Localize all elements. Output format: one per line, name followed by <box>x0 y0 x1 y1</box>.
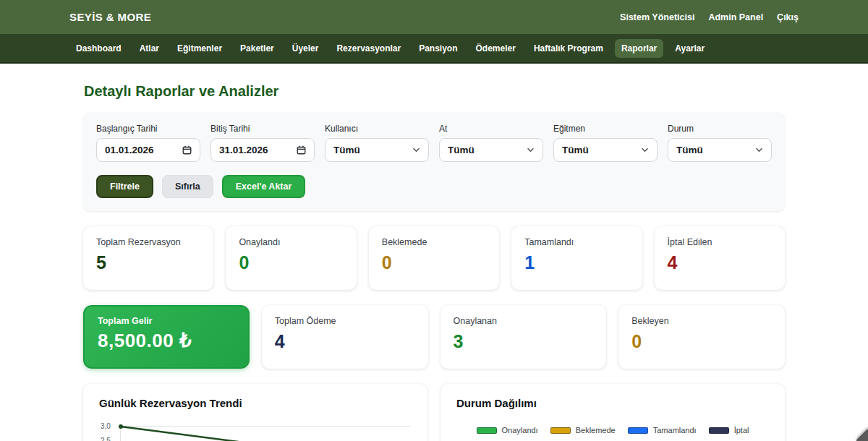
legend-label: Beklemede <box>576 426 616 434</box>
legend-item-iptal[interactable]: İptal <box>709 426 749 434</box>
user-filter-group: Kullanıcı Tümü <box>325 124 429 162</box>
stat-label: Tamamlandı <box>524 237 629 247</box>
stat-value: 8,500.00 ₺ <box>98 331 235 350</box>
plot-area <box>120 426 410 441</box>
trainer-filter-value: Tümü <box>562 145 589 155</box>
stat-value: 1 <box>524 254 629 272</box>
legend-swatch <box>709 427 729 434</box>
stat-value: 4 <box>275 333 415 351</box>
stat-value: 5 <box>96 254 200 272</box>
legend-swatch <box>550 427 571 434</box>
stat-card-bekleyen: Bekleyen 0 <box>618 305 785 369</box>
stat-card-onaylandi: Onaylandı 0 <box>226 226 356 290</box>
status-filter-select[interactable]: Tümü <box>668 138 772 162</box>
topbar: SEYİS & MORE Sistem Yöneticisi Admin Pan… <box>0 0 868 34</box>
page-title: Detaylı Raporlar ve Analizler <box>84 83 785 100</box>
start-date-input[interactable]: 01.01.2026 <box>96 138 200 162</box>
chevron-down-icon <box>641 147 649 153</box>
chevron-down-icon <box>755 147 763 153</box>
stat-label: Bekleyen <box>631 316 772 326</box>
legend-swatch <box>628 427 648 434</box>
nav-item-egitmenler[interactable]: Eğitmenler <box>171 39 229 58</box>
stat-card-beklemede: Beklemede 0 <box>369 226 499 290</box>
stat-value: 3 <box>454 333 594 351</box>
stat-label: Onaylandı <box>239 237 343 247</box>
user-filter-value: Tümü <box>333 145 360 155</box>
y-axis-tick: 3,0 <box>101 422 111 430</box>
stat-label: Toplam Gelir <box>98 316 235 326</box>
stats-row-1: Toplam Rezervasyon 5 Onaylandı 0 Bekleme… <box>83 226 785 290</box>
status-distribution-chart-card: Durum Dağılımı Onaylandı Beklemede Tamam… <box>441 384 785 441</box>
trainer-filter-group: Eğitmen Tümü <box>553 124 658 162</box>
brand-logo: SEYİS & MORE <box>69 11 151 23</box>
legend-item-beklemede[interactable]: Beklemede <box>550 426 616 434</box>
stat-label: Toplam Ödeme <box>275 316 415 326</box>
mouse-cursor <box>856 429 868 441</box>
nav-item-uyeler[interactable]: Üyeler <box>286 39 326 58</box>
export-excel-button[interactable]: Excel'e Aktar <box>222 175 306 198</box>
data-point-marker <box>119 424 123 429</box>
horse-filter-select[interactable]: Tümü <box>439 138 543 162</box>
calendar-icon[interactable] <box>182 145 192 155</box>
legend-item-onaylandi[interactable]: Onaylandı <box>477 426 538 434</box>
legend-item-tamamlandi[interactable]: Tamamlandı <box>628 426 697 434</box>
stat-label: Beklemede <box>382 237 486 247</box>
stat-card-toplam-rezervasyon: Toplam Rezervasyon 5 <box>83 226 213 290</box>
charts-row: Günlük Rezervasyon Trendi 3,0 2,5 Durum … <box>83 384 785 441</box>
stat-card-toplam-gelir: Toplam Gelir 8,500.00 ₺ <box>83 305 250 369</box>
nav-item-atlar[interactable]: Atlar <box>133 39 166 58</box>
filter-button[interactable]: Filtrele <box>96 175 153 198</box>
trainer-filter-label: Eğitmen <box>553 124 658 134</box>
main-content: Detaylı Raporlar ve Analizler Başlangıç … <box>83 83 785 441</box>
horse-filter-value: Tümü <box>448 145 475 155</box>
nav-item-haftalik-program[interactable]: Haftalık Program <box>527 39 610 58</box>
admin-panel-link[interactable]: Admin Panel <box>708 12 763 22</box>
nav-item-raporlar[interactable]: Raporlar <box>615 39 663 58</box>
user-filter-label: Kullanıcı <box>325 124 429 134</box>
chevron-down-icon <box>527 147 535 153</box>
legend-label: Onaylandı <box>502 426 538 434</box>
trend-line <box>119 424 422 441</box>
stat-value: 0 <box>382 254 486 272</box>
user-filter-select[interactable]: Tümü <box>325 138 429 162</box>
stat-label: Toplam Rezervasyon <box>96 237 200 247</box>
calendar-icon[interactable] <box>297 145 306 155</box>
nav-item-ayarlar[interactable]: Ayarlar <box>668 39 711 58</box>
legend-label: Tamamlandı <box>653 426 697 434</box>
stat-label: Onaylanan <box>454 316 594 326</box>
status-filter-group: Durum Tümü <box>668 124 772 162</box>
filter-panel: Başlangıç Tarihi 01.01.2026 Bitiş Tarihi… <box>83 112 785 211</box>
start-date-label: Başlangıç Tarihi <box>96 124 200 134</box>
stat-value: 0 <box>239 254 343 272</box>
horse-filter-group: At Tümü <box>439 124 543 162</box>
nav-item-paketler[interactable]: Paketler <box>234 39 281 58</box>
nav-item-odemeler[interactable]: Ödemeler <box>469 39 522 58</box>
main-nav: Dashboard Atlar Eğitmenler Paketler Üyel… <box>0 34 868 64</box>
nav-item-pansiyon[interactable]: Pansiyon <box>412 39 464 58</box>
chart-legend: Onaylandı Beklemede Tamamlandı İptal <box>456 426 769 434</box>
reset-button[interactable]: Sıfırla <box>162 175 213 198</box>
stat-value: 4 <box>668 254 772 272</box>
stat-card-iptal-edilen: İptal Edilen 4 <box>655 226 785 290</box>
chart-title: Günlük Rezervasyon Trendi <box>99 397 412 409</box>
logout-link[interactable]: Çıkış <box>777 12 799 22</box>
end-date-input[interactable]: 31.01.2026 <box>210 138 315 162</box>
trainer-filter-select[interactable]: Tümü <box>553 138 658 162</box>
stats-row-2: Toplam Gelir 8,500.00 ₺ Toplam Ödeme 4 O… <box>83 305 785 369</box>
legend-label: İptal <box>734 426 749 434</box>
horse-filter-label: At <box>439 124 543 134</box>
status-filter-value: Tümü <box>676 145 703 155</box>
status-filter-label: Durum <box>668 124 772 134</box>
stat-label: İptal Edilen <box>668 237 772 247</box>
legend-swatch <box>477 427 497 434</box>
nav-item-dashboard[interactable]: Dashboard <box>69 39 128 58</box>
y-axis-tick: 2,5 <box>101 437 111 441</box>
chart-title: Durum Dağılımı <box>456 397 769 409</box>
stat-value: 0 <box>631 333 772 351</box>
nav-item-rezervasyonlar[interactable]: Rezervasyonlar <box>330 39 407 58</box>
stat-card-tamamlandi: Tamamlandı 1 <box>511 226 642 290</box>
user-name-label: Sistem Yöneticisi <box>620 12 694 22</box>
start-date-value: 01.01.2026 <box>105 145 154 155</box>
stat-card-toplam-odeme: Toplam Ödeme 4 <box>262 305 428 369</box>
line-chart: 3,0 2,5 <box>99 422 412 441</box>
